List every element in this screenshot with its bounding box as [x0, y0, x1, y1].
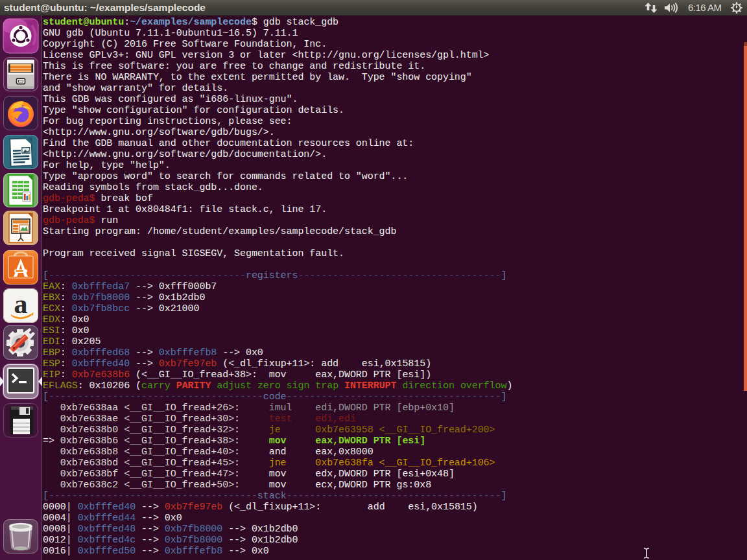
svg-text:a: a	[14, 289, 28, 319]
